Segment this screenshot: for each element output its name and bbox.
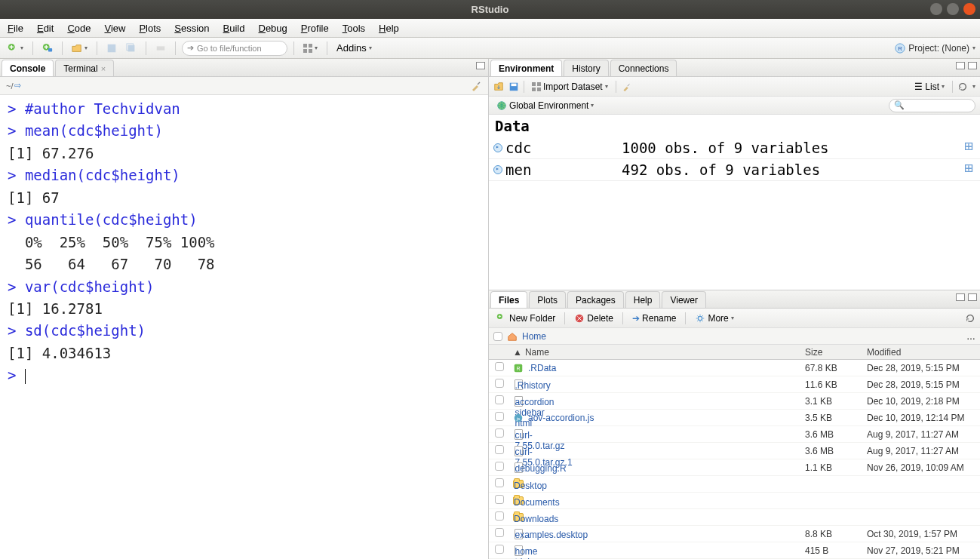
tab-plots[interactable]: Plots — [529, 291, 566, 308]
clear-workspace-icon[interactable] — [621, 81, 631, 92]
menu-tools[interactable]: Tools — [343, 23, 365, 34]
env-scope-selector[interactable]: Global Environment ▾ — [493, 98, 597, 113]
tab-history[interactable]: History — [564, 60, 608, 76]
file-checkbox[interactable] — [495, 445, 504, 454]
file-checkbox[interactable] — [495, 362, 504, 371]
menu-file[interactable]: File — [8, 23, 23, 34]
file-row[interactable]: Documents — [489, 493, 980, 509]
load-workspace-icon[interactable] — [493, 81, 504, 92]
env-search-input[interactable]: 🔍 — [889, 99, 975, 112]
tab-environment[interactable]: Environment — [490, 60, 562, 76]
goto-file-function-input[interactable]: ➔ Go to file/function — [182, 41, 287, 56]
pane-minimize-icon[interactable] — [956, 62, 965, 69]
file-checkbox[interactable] — [495, 428, 504, 438]
refresh-icon[interactable] — [957, 81, 968, 92]
select-all-checkbox[interactable] — [493, 332, 502, 341]
file-row[interactable]: curl-7.55.0.tar.gz.13.6 MBAug 9, 2017, 1… — [489, 443, 980, 459]
file-row[interactable]: accordion sidebar html3.1 KBDec 10, 2019… — [489, 393, 980, 410]
grid-view-icon[interactable]: ⊞ — [957, 137, 980, 158]
expand-icon[interactable] — [493, 165, 502, 174]
col-name[interactable]: ▲Name — [510, 347, 805, 358]
js-icon: js — [513, 413, 524, 423]
file-name[interactable]: aov-accordion.js — [528, 413, 594, 423]
file-row[interactable]: .Rhistory11.6 KBDec 28, 2019, 5:15 PM — [489, 376, 980, 393]
rename-button[interactable]: ➔Rename — [629, 311, 679, 326]
project-menu[interactable]: R Project: (None) ▾ — [895, 43, 975, 54]
file-checkbox[interactable] — [495, 395, 504, 404]
new-folder-button[interactable]: New Folder — [493, 311, 558, 326]
open-file-button[interactable]: ▾ — [69, 41, 91, 56]
save-workspace-icon[interactable] — [508, 81, 519, 92]
env-view-mode[interactable]: ☰ List ▾ — [911, 79, 948, 94]
menu-code[interactable]: Code — [67, 23, 91, 34]
file-row[interactable]: Desktop — [489, 476, 980, 493]
menu-help[interactable]: Help — [379, 23, 399, 34]
files-list[interactable]: R.RData67.8 KBDec 28, 2019, 5:15 PM.Rhis… — [489, 360, 980, 559]
file-checkbox[interactable] — [495, 478, 504, 487]
env-item[interactable]: men492 obs. of 9 variables⊞ — [489, 159, 980, 181]
pane-minimize-icon[interactable] — [476, 62, 485, 69]
menu-view[interactable]: View — [104, 23, 125, 34]
col-size[interactable]: Size — [805, 347, 867, 358]
delete-button[interactable]: Delete — [571, 311, 616, 326]
breadcrumb-home[interactable]: Home — [522, 331, 546, 342]
more-button[interactable]: More ▾ — [692, 311, 736, 326]
tab-connections[interactable]: Connections — [610, 60, 677, 76]
col-modified[interactable]: Modified — [867, 347, 980, 358]
new-project-button[interactable] — [39, 41, 56, 56]
broom-icon[interactable] — [470, 80, 482, 92]
project-label: Project: (None) — [908, 43, 969, 54]
file-row[interactable]: Downloads — [489, 509, 980, 526]
file-checkbox[interactable] — [495, 412, 504, 421]
more-path-icon[interactable]: … — [966, 331, 975, 342]
import-dataset-button[interactable]: Import Dataset ▾ — [529, 79, 611, 94]
pane-maximize-icon[interactable] — [968, 293, 977, 301]
file-row[interactable]: debugging.R1.1 KBNov 26, 2019, 10:09 AM — [489, 459, 980, 476]
menu-debug[interactable]: Debug — [259, 23, 287, 34]
file-row[interactable]: curl-7.55.0.tar.gz3.6 MBAug 9, 2017, 11:… — [489, 426, 980, 443]
window-maximize-icon[interactable] — [947, 3, 959, 15]
expand-icon[interactable] — [493, 143, 502, 152]
file-checkbox[interactable] — [495, 511, 504, 521]
tab-viewer[interactable]: Viewer — [662, 291, 705, 308]
tab-terminal[interactable]: Terminal× — [55, 60, 114, 76]
addins-button[interactable]: Addins ▾ — [333, 41, 375, 56]
tab-packages[interactable]: Packages — [567, 291, 624, 308]
refresh-icon[interactable] — [965, 313, 975, 324]
file-checkbox[interactable] — [495, 495, 504, 504]
tab-console[interactable]: Console — [2, 60, 54, 76]
tab-help[interactable]: Help — [625, 291, 661, 308]
file-checkbox[interactable] — [495, 462, 504, 471]
menu-plots[interactable]: Plots — [139, 23, 161, 34]
pane-minimize-icon[interactable] — [956, 293, 965, 301]
file-checkbox[interactable] — [495, 545, 504, 554]
save-all-button[interactable] — [123, 41, 140, 56]
file-row[interactable]: jsaov-accordion.js3.5 KBDec 10, 2019, 12… — [489, 410, 980, 426]
window-minimize-icon[interactable] — [930, 3, 942, 15]
new-file-button[interactable]: ▾ — [5, 41, 26, 56]
file-checkbox[interactable] — [495, 379, 504, 388]
file-row[interactable]: home trial.css415 BNov 27, 2019, 5:21 PM — [489, 542, 980, 559]
console-path-arrow-icon[interactable]: ⇨ — [14, 81, 21, 91]
file-row[interactable]: examples.desktop8.8 KBOct 30, 2019, 1:57… — [489, 526, 980, 542]
grid-view-icon[interactable]: ⊞ — [957, 159, 980, 180]
file-row[interactable]: R.RData67.8 KBDec 28, 2019, 5:15 PM — [489, 360, 980, 376]
close-icon[interactable]: × — [101, 64, 106, 73]
grid-view-button[interactable]: ▾ — [300, 41, 321, 56]
pane-maximize-icon[interactable] — [968, 62, 977, 69]
file-name[interactable]: .RData — [528, 363, 556, 373]
env-tabs: Environment History Connections — [489, 59, 980, 77]
menu-profile[interactable]: Profile — [301, 23, 329, 34]
print-button[interactable] — [152, 41, 169, 56]
menu-build[interactable]: Build — [223, 23, 245, 34]
home-icon[interactable] — [507, 331, 518, 342]
file-checkbox[interactable] — [495, 528, 504, 537]
env-item[interactable]: cdc1000 obs. of 9 variables⊞ — [489, 137, 980, 159]
save-button[interactable] — [103, 41, 120, 56]
tab-files[interactable]: Files — [490, 291, 527, 308]
console-output[interactable]: > #author Techvidvan> mean(cdc$height)[1… — [0, 95, 488, 559]
console-line: [1] 67.276 — [8, 143, 481, 164]
menu-session[interactable]: Session — [174, 23, 209, 34]
menu-edit[interactable]: Edit — [37, 23, 54, 34]
window-close-icon[interactable] — [963, 3, 975, 15]
